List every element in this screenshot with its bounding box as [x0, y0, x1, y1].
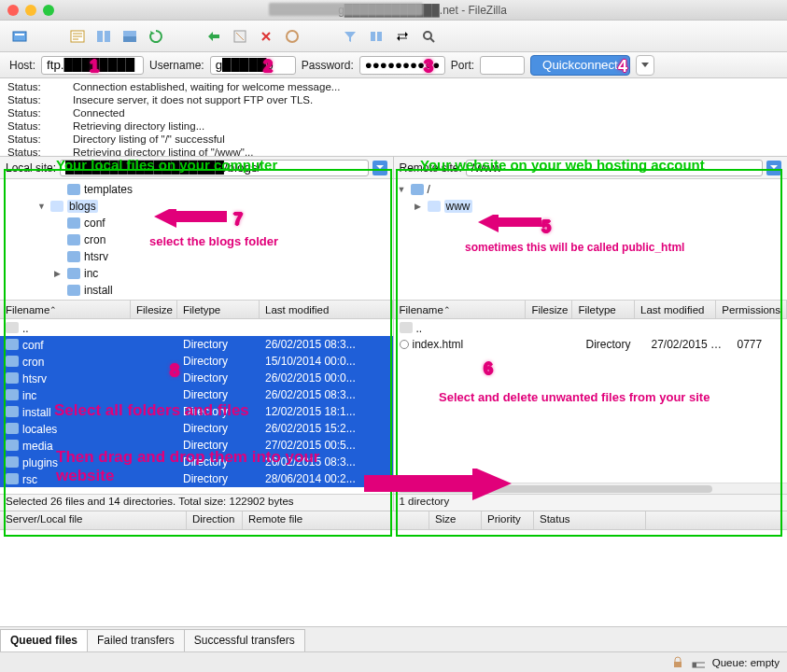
table-row[interactable]: index.htmlDirectory27/02/2015 1...0777 — [394, 336, 788, 353]
folder-icon — [6, 406, 19, 417]
cell-filetype: Directory — [177, 371, 260, 385]
toggle-queue-icon[interactable] — [119, 26, 140, 47]
port-input[interactable] — [480, 56, 525, 75]
cell-filename: conf — [0, 338, 131, 352]
cell-filename: .. — [0, 321, 131, 335]
folder-icon — [50, 201, 63, 212]
toggle-tree-icon[interactable] — [93, 26, 114, 47]
log-message: Retrieving directory listing of "/www"..… — [73, 146, 254, 157]
message-log[interactable]: Status:Connection established, waiting f… — [0, 78, 787, 157]
folder-icon — [428, 201, 441, 212]
queue-col[interactable]: Status — [534, 511, 646, 529]
table-row[interactable]: htsrvDirectory26/02/2015 00:0... — [0, 370, 393, 386]
queue-tab[interactable]: Queued files — [0, 629, 88, 651]
tree-label: blogs — [67, 200, 98, 213]
filter-icon[interactable] — [340, 26, 360, 47]
port-label: Port: — [451, 59, 474, 72]
redaction-title — [269, 3, 423, 16]
cell-filetype: Directory — [581, 338, 646, 351]
log-label: Status: — [7, 133, 63, 146]
tree-twisty[interactable]: ▼ — [37, 202, 47, 211]
remote-tree[interactable]: ▼ /▶ www — [394, 179, 788, 301]
quickconnect-button[interactable]: Quickconnect — [530, 55, 630, 76]
quickconnect-history-button[interactable] — [636, 55, 654, 76]
search-icon[interactable] — [418, 26, 439, 47]
tree-row[interactable]: templates — [4, 181, 389, 198]
annotation-remote-title: Your website on your web hosting account — [420, 157, 705, 173]
zoom-window-button[interactable] — [43, 5, 54, 16]
tree-twisty[interactable]: ▼ — [398, 185, 407, 194]
col-filename[interactable]: Filename — [394, 301, 527, 318]
col-permissions[interactable]: Permissions — [716, 301, 787, 318]
up-icon — [6, 322, 19, 333]
folder-icon — [6, 440, 19, 451]
toggle-log-icon[interactable] — [67, 26, 88, 47]
local-status: Selected 26 files and 14 directories. To… — [0, 494, 393, 511]
queue-col[interactable]: Direction — [187, 511, 243, 529]
tree-label: install — [84, 284, 113, 297]
tree-label: htsrv — [84, 250, 108, 263]
col-filetype[interactable]: Filetype — [572, 301, 635, 318]
annotation-arrow-5 — [478, 215, 543, 239]
tree-row[interactable]: htsrv — [4, 248, 389, 265]
tree-row[interactable]: install — [4, 282, 389, 299]
col-filesize[interactable]: Filesize — [131, 301, 177, 318]
annotation-number-2: 2 — [263, 57, 273, 77]
table-row[interactable]: .. — [0, 319, 393, 336]
cell-permissions: 0777 — [732, 338, 788, 351]
log-label: Status: — [7, 80, 63, 93]
log-label: Status: — [7, 119, 63, 133]
col-lastmod[interactable]: Last modified — [635, 301, 716, 318]
table-row[interactable]: localesDirectory26/02/2015 15:2... — [0, 420, 393, 437]
queue-col[interactable]: Remote file — [243, 511, 429, 529]
svg-rect-4 — [105, 31, 110, 42]
reconnect-icon[interactable] — [282, 26, 302, 47]
cell-filetype: Directory — [177, 355, 260, 368]
close-window-button[interactable] — [7, 5, 19, 16]
queue-indicator-icon — [692, 656, 705, 669]
quickconnect-bar: Host: Username: Password: Port: Quickcon… — [0, 52, 787, 78]
queue-body[interactable] — [0, 530, 787, 627]
queue-col[interactable]: Priority — [482, 511, 534, 529]
refresh-icon[interactable] — [146, 26, 166, 47]
site-manager-icon[interactable] — [9, 26, 30, 47]
svg-rect-12 — [674, 662, 682, 667]
sync-browse-icon[interactable] — [392, 26, 413, 47]
table-row[interactable]: .. — [394, 319, 788, 336]
username-input[interactable] — [210, 56, 296, 75]
col-filetype[interactable]: Filetype — [177, 301, 260, 318]
queue-tab[interactable]: Successful transfers — [184, 629, 305, 651]
annotation-drag: Then drag and drop them into your websit… — [56, 448, 336, 485]
table-row[interactable]: confDirectory26/02/2015 08:3... — [0, 336, 393, 353]
local-site-dropdown[interactable] — [372, 161, 387, 175]
cell-filename: .. — [394, 321, 534, 335]
minimize-window-button[interactable] — [25, 5, 36, 16]
remote-list-header: Filename Filesize Filetype Last modified… — [394, 301, 788, 319]
tree-row[interactable]: ▼ / — [398, 181, 784, 198]
tree-twisty[interactable]: ▶ — [415, 202, 424, 211]
table-row[interactable]: cronDirectory15/10/2014 00:0... — [0, 353, 393, 370]
process-queue-icon[interactable] — [204, 26, 224, 47]
queue-col[interactable]: Size — [429, 511, 482, 529]
local-list-header: Filename Filesize Filetype Last modified — [0, 301, 393, 319]
svg-rect-0 — [13, 32, 26, 41]
tree-row[interactable]: ▶ inc — [4, 265, 389, 282]
log-label: Status: — [7, 106, 63, 119]
remote-site-dropdown[interactable] — [766, 161, 781, 175]
col-filename[interactable]: Filename — [0, 301, 131, 318]
folder-icon — [67, 234, 80, 245]
tree-row[interactable]: ▶ www — [398, 198, 784, 215]
log-message: Insecure server, it does not support FTP… — [73, 93, 313, 106]
window-controls — [7, 5, 54, 16]
queue-tab[interactable]: Failed transfers — [87, 629, 185, 651]
col-lastmod[interactable]: Last modified — [260, 301, 393, 318]
compare-icon[interactable] — [366, 26, 386, 47]
disconnect-icon[interactable] — [256, 26, 276, 47]
queue-col[interactable]: Server/Local file — [0, 511, 187, 529]
col-filesize[interactable]: Filesize — [526, 301, 572, 318]
cancel-icon[interactable] — [230, 26, 250, 47]
folder-icon — [6, 389, 19, 400]
tree-twisty[interactable]: ▶ — [54, 269, 63, 278]
annotation-number-6: 6 — [484, 359, 493, 379]
folder-icon — [6, 423, 19, 434]
